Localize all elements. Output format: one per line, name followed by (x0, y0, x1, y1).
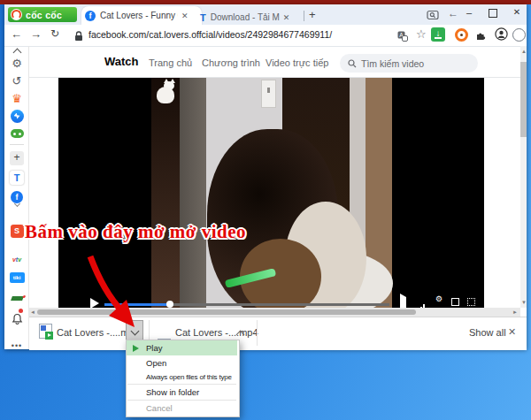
horizontal-scrollbar-thumb[interactable] (37, 309, 416, 315)
video-doorframe (180, 78, 206, 308)
popout-icon[interactable] (467, 298, 475, 306)
translate-icon[interactable]: A (397, 29, 408, 45)
coccoc-savior-icon[interactable] (455, 28, 468, 42)
close-downloads-bar-icon[interactable]: ✕ (508, 326, 516, 338)
vtv-icon[interactable]: vtv (4, 251, 29, 267)
padlock-icon[interactable] (74, 29, 83, 45)
back-icon[interactable]: ← (11, 27, 22, 41)
t-favicon-icon: T (200, 12, 206, 23)
new-tab-button[interactable]: + (309, 8, 316, 21)
download-item-2-label[interactable]: Cat Lovers -....mp4 (175, 327, 258, 338)
screenshot-root: cốc cốc f Cat Lovers - Funny Cats Vide ✕… (0, 0, 531, 420)
play-button[interactable] (90, 298, 99, 308)
close-window-button[interactable]: ✕ (510, 5, 524, 19)
notifications-bell-icon[interactable] (4, 311, 29, 327)
bookmark-star-icon[interactable]: ☆ (416, 27, 427, 41)
menu-item-always-open[interactable]: Always open files of this type (127, 370, 237, 384)
video-player[interactable]: ⚙ (58, 78, 484, 308)
close-tab-icon[interactable]: ✕ (283, 13, 290, 22)
volume-icon[interactable] (400, 297, 406, 308)
scroll-down-icon[interactable]: ▼ (521, 298, 527, 307)
play-triangle-icon (133, 345, 139, 352)
fb-nav-watch[interactable]: Watch (104, 55, 139, 68)
search-icon (348, 59, 357, 68)
progress-bar-fill (104, 303, 170, 306)
search-placeholder: Tìm kiếm video (361, 58, 424, 69)
download-manager-icon[interactable]: ↓ (431, 27, 445, 42)
sidebar-separator (10, 144, 24, 145)
close-tab-icon[interactable]: ✕ (181, 11, 189, 20)
scroll-left-icon[interactable]: ◄ (30, 308, 35, 317)
show-all-downloads-link[interactable]: Show all (469, 327, 506, 338)
white-cat-sticker-body (157, 87, 174, 103)
t-app-icon[interactable]: T (4, 170, 29, 186)
reopen-closed-tab-icon[interactable]: ← (448, 7, 458, 19)
fb-nav-home[interactable]: Trang chủ (149, 57, 192, 68)
scroll-right-icon[interactable]: ► (512, 308, 518, 317)
coccoc-logo-icon (11, 9, 22, 20)
reload-icon[interactable]: ↻ (50, 27, 59, 40)
profile-icon[interactable] (495, 27, 508, 44)
avatar-circle-icon[interactable] (512, 28, 526, 42)
games-icon[interactable] (4, 126, 29, 141)
fb-search-input[interactable]: Tìm kiếm video (340, 54, 478, 73)
video-lightswitch (261, 80, 276, 108)
study-icon[interactable] (4, 290, 29, 306)
mp4-file-icon (39, 324, 52, 339)
forward-icon[interactable]: → (30, 27, 42, 41)
menu-item-open[interactable]: Open (127, 355, 237, 370)
messenger-icon[interactable] (4, 108, 29, 124)
tab-download[interactable]: T Download - Tải Miễn Phí VN ✕ (200, 8, 301, 27)
vertical-scrollbar-thumb[interactable] (520, 62, 527, 137)
menu-item-play[interactable]: Play (127, 340, 237, 355)
maximize-window-button[interactable] (486, 5, 500, 19)
quality-bars-icon[interactable] (418, 296, 426, 308)
search-tabs-icon[interactable] (427, 9, 440, 25)
menu-item-show-in-folder[interactable]: Show in folder (127, 385, 237, 400)
tab-separator (304, 11, 304, 21)
tab-cat-lovers[interactable]: f Cat Lovers - Funny Cats Vide ✕ (81, 6, 202, 25)
facebook-caret-icon[interactable] (4, 200, 29, 207)
url-text[interactable]: facebook.com/cat.lovers.offcial/videos/2… (88, 29, 332, 40)
settings-gear-icon[interactable]: ⚙ (435, 294, 442, 303)
more-dots-icon[interactable]: ••• (4, 338, 29, 354)
facebook-favicon-icon: f (85, 11, 96, 21)
fullscreen-icon[interactable] (451, 298, 459, 306)
scroll-up-icon[interactable]: ▲ (521, 47, 527, 56)
coccoc-logo-text: cốc cốc (26, 10, 62, 20)
add-plus-icon[interactable]: + (4, 150, 29, 166)
download-item-2-menu-button[interactable] (237, 332, 243, 338)
tab-title: Cat Lovers - Funny Cats Vide (100, 11, 178, 20)
minimize-window-button[interactable]: – (462, 5, 476, 19)
history-icon[interactable]: ↺ (4, 73, 29, 88)
fb-nav-shows[interactable]: Chương trình (202, 57, 260, 68)
annotation-text: Bấm vào đây mở mở video (25, 221, 246, 243)
tiki-icon[interactable]: tiki (4, 270, 29, 286)
hot-crown-icon[interactable]: ♛ (4, 90, 29, 106)
download-context-menu: Play Open Always open files of this type… (126, 340, 240, 417)
fb-nav-live[interactable]: Video trực tiếp (266, 57, 328, 68)
tab-title: Download - Tải Miễn Phí VN (211, 12, 280, 22)
extensions-puzzle-icon[interactable] (475, 28, 486, 44)
video-wall-strip (151, 78, 180, 308)
menu-item-cancel[interactable]: Cancel (127, 401, 237, 416)
progress-scrubber[interactable] (166, 301, 173, 308)
coccoc-logo[interactable]: cốc cốc (8, 7, 77, 22)
settings-gear-icon[interactable]: ⚙ (4, 55, 29, 71)
notification-badge (19, 309, 23, 313)
download-separator (257, 320, 258, 346)
